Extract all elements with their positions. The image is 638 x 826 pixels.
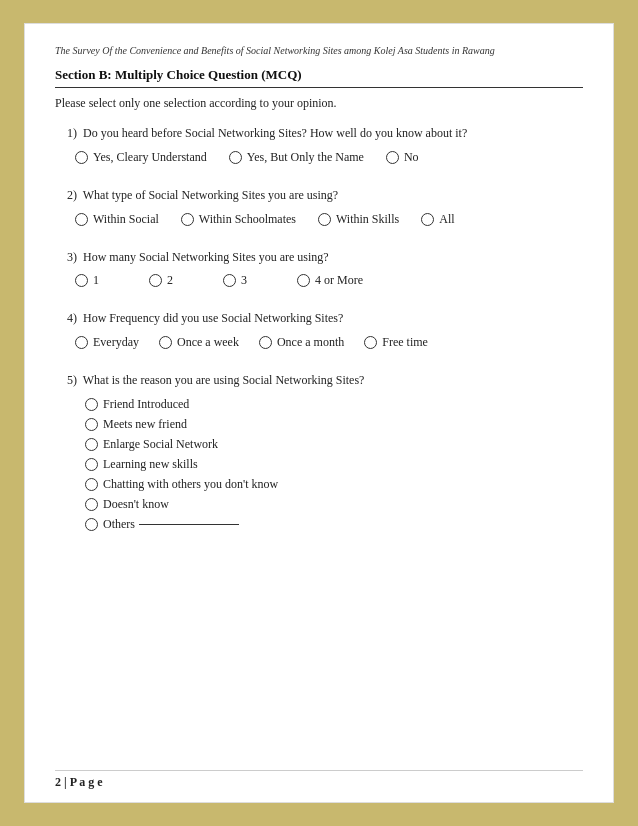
question-4: 4) How Frequency did you use Social Netw…	[55, 310, 583, 354]
radio-circle[interactable]	[85, 438, 98, 451]
q5-option-6[interactable]: Doesn't know	[85, 497, 583, 512]
instruction-text: Please select only one selection accordi…	[55, 96, 583, 111]
radio-circle[interactable]	[75, 151, 88, 164]
question-5-text: 5) What is the reason you are using Soci…	[55, 372, 583, 389]
q3-body: How many Social Networking Sites you are…	[83, 250, 329, 264]
q5-option-1[interactable]: Friend Introduced	[85, 397, 583, 412]
radio-circle[interactable]	[229, 151, 242, 164]
radio-circle[interactable]	[85, 518, 98, 531]
radio-circle[interactable]	[223, 274, 236, 287]
q2-option-1-label: Within Social	[93, 212, 159, 227]
section-title: Section B: Multiply Choice Question (MCQ…	[55, 67, 583, 83]
radio-circle[interactable]	[181, 213, 194, 226]
q1-option-3-label: No	[404, 150, 419, 165]
q4-option-3[interactable]: Once a month	[259, 335, 344, 350]
q4-option-4[interactable]: Free time	[364, 335, 428, 350]
q5-options: Friend Introduced Meets new friend Enlar…	[55, 397, 583, 534]
q1-option-2-label: Yes, But Only the Name	[247, 150, 364, 165]
radio-circle[interactable]	[159, 336, 172, 349]
q2-number: 2)	[55, 188, 80, 202]
radio-circle[interactable]	[85, 458, 98, 471]
q2-option-3[interactable]: Within Skills	[318, 212, 399, 227]
q3-option-3[interactable]: 3	[223, 273, 247, 288]
q4-option-4-label: Free time	[382, 335, 428, 350]
q3-option-1[interactable]: 1	[75, 273, 99, 288]
radio-circle[interactable]	[386, 151, 399, 164]
radio-circle[interactable]	[75, 274, 88, 287]
q2-option-1[interactable]: Within Social	[75, 212, 159, 227]
q1-options: Yes, Cleary Understand Yes, But Only the…	[55, 150, 583, 169]
q1-option-1-label: Yes, Cleary Understand	[93, 150, 207, 165]
q2-option-4[interactable]: All	[421, 212, 454, 227]
q5-option-2[interactable]: Meets new friend	[85, 417, 583, 432]
q4-option-3-label: Once a month	[277, 335, 344, 350]
radio-circle[interactable]	[85, 418, 98, 431]
radio-circle[interactable]	[75, 213, 88, 226]
q1-option-2[interactable]: Yes, But Only the Name	[229, 150, 364, 165]
radio-circle[interactable]	[259, 336, 272, 349]
q5-option-5-label: Chatting with others you don't know	[103, 477, 278, 492]
q3-options: 1 2 3 4 or More	[55, 273, 583, 292]
q5-option-1-label: Friend Introduced	[103, 397, 189, 412]
q4-option-2-label: Once a week	[177, 335, 239, 350]
q5-option-5[interactable]: Chatting with others you don't know	[85, 477, 583, 492]
radio-circle[interactable]	[297, 274, 310, 287]
radio-circle[interactable]	[149, 274, 162, 287]
q3-option-4-label: 4 or More	[315, 273, 363, 288]
survey-page: The Survey Of the Convenience and Benefi…	[24, 23, 614, 803]
q3-number: 3)	[55, 250, 80, 264]
q5-option-6-label: Doesn't know	[103, 497, 169, 512]
radio-circle[interactable]	[364, 336, 377, 349]
q4-option-1[interactable]: Everyday	[75, 335, 139, 350]
q5-option-4-label: Learning new skills	[103, 457, 198, 472]
q5-option-3-label: Enlarge Social Network	[103, 437, 218, 452]
q2-option-2-label: Within Schoolmates	[199, 212, 296, 227]
q5-body: What is the reason you are using Social …	[83, 373, 365, 387]
radio-circle[interactable]	[85, 478, 98, 491]
q5-option-7-label: Others	[103, 517, 135, 532]
q1-option-1[interactable]: Yes, Cleary Understand	[75, 150, 207, 165]
q3-option-4[interactable]: 4 or More	[297, 273, 363, 288]
question-5: 5) What is the reason you are using Soci…	[55, 372, 583, 534]
question-4-text: 4) How Frequency did you use Social Netw…	[55, 310, 583, 327]
q3-option-2-label: 2	[167, 273, 173, 288]
q2-option-3-label: Within Skills	[336, 212, 399, 227]
q3-option-1-label: 1	[93, 273, 99, 288]
q3-option-2[interactable]: 2	[149, 273, 173, 288]
radio-circle[interactable]	[421, 213, 434, 226]
radio-circle[interactable]	[75, 336, 88, 349]
q5-option-7[interactable]: Others	[85, 517, 583, 532]
page-number: 2 | P a g e	[55, 775, 103, 789]
q2-options: Within Social Within Schoolmates Within …	[55, 212, 583, 231]
q2-option-4-label: All	[439, 212, 454, 227]
header-title: The Survey Of the Convenience and Benefi…	[55, 44, 583, 57]
question-1: 1) Do you heard before Social Networking…	[55, 125, 583, 169]
q4-option-1-label: Everyday	[93, 335, 139, 350]
q4-body: How Frequency did you use Social Network…	[83, 311, 343, 325]
others-blank	[139, 524, 239, 525]
q5-option-2-label: Meets new friend	[103, 417, 187, 432]
q4-option-2[interactable]: Once a week	[159, 335, 239, 350]
radio-circle[interactable]	[85, 398, 98, 411]
radio-circle[interactable]	[85, 498, 98, 511]
q5-number: 5)	[55, 373, 80, 387]
q5-option-4[interactable]: Learning new skills	[85, 457, 583, 472]
divider	[55, 87, 583, 88]
q1-number: 1)	[55, 126, 80, 140]
page-footer: 2 | P a g e	[55, 770, 583, 790]
q2-body: What type of Social Networking Sites you…	[83, 188, 338, 202]
question-2-text: 2) What type of Social Networking Sites …	[55, 187, 583, 204]
question-3: 3) How many Social Networking Sites you …	[55, 249, 583, 293]
q5-option-3[interactable]: Enlarge Social Network	[85, 437, 583, 452]
question-1-text: 1) Do you heard before Social Networking…	[55, 125, 583, 142]
question-2: 2) What type of Social Networking Sites …	[55, 187, 583, 231]
radio-circle[interactable]	[318, 213, 331, 226]
q1-body: Do you heard before Social Networking Si…	[83, 126, 467, 140]
q4-options: Everyday Once a week Once a month Free t…	[55, 335, 583, 354]
q3-option-3-label: 3	[241, 273, 247, 288]
question-3-text: 3) How many Social Networking Sites you …	[55, 249, 583, 266]
q1-option-3[interactable]: No	[386, 150, 419, 165]
q4-number: 4)	[55, 311, 80, 325]
q2-option-2[interactable]: Within Schoolmates	[181, 212, 296, 227]
